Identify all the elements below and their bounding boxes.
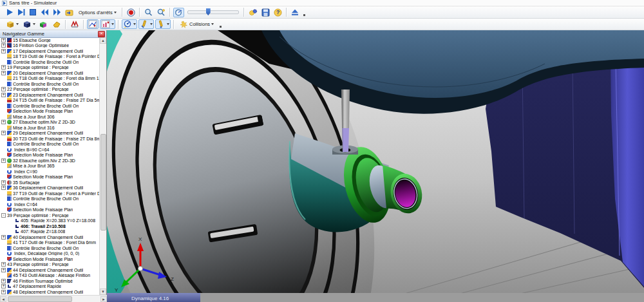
tree-item[interactable]: +32 Ebauche optim.Niv Z 2D-3D [0, 158, 99, 164]
tree-item[interactable]: 37 T19 Outil de Fraisage : Foret à Point… [0, 191, 99, 196]
speed-mode-button[interactable] [173, 8, 184, 17]
viewport-3d[interactable]: X Y Z Dynamique 4.16 [107, 30, 644, 302]
tree-item[interactable]: +46 Finition Tournage Optimisé [0, 278, 99, 284]
tree-item[interactable]: Index, Décalage Origine (0, 0, 0) [0, 251, 99, 257]
rewind-button[interactable] [39, 8, 50, 17]
collisions-button[interactable]: Collisions [176, 19, 217, 30]
tree-item[interactable]: Mise à Jour Brut 316 [0, 125, 99, 131]
expand-toggle[interactable]: + [1, 180, 6, 185]
expand-toggle[interactable]: + [1, 120, 6, 124]
fast-forward-button[interactable] [52, 8, 62, 17]
expand-toggle[interactable]: - [1, 213, 6, 218]
tree-item[interactable]: Contrôle Broche Broche Outil On [0, 59, 99, 65]
tree-item[interactable]: 405: Rapide X=20.383 Y=0 Z=18.008 [0, 218, 99, 224]
scrollbar-thumb[interactable] [100, 134, 106, 231]
tree-item[interactable]: Selection Mode Fraisage Plan [0, 153, 99, 158]
tree-item[interactable]: Selection Mode Fraisage Plan [0, 175, 99, 180]
tree-item[interactable]: Mise à Jour Brut 306 [0, 114, 99, 120]
expand-toggle[interactable]: + [1, 279, 6, 283]
expand-toggle[interactable]: + [1, 185, 6, 190]
expand-toggle[interactable]: + [1, 65, 6, 70]
expand-toggle[interactable]: + [1, 71, 6, 75]
machine-display-button[interactable] [21, 19, 37, 29]
tree-item[interactable]: 21 T18 Outil de Fraisage : Foret dia 8mm… [0, 76, 99, 82]
tree-item[interactable]: Contrôle Broche Broche Outil On [0, 81, 99, 87]
tree-item[interactable]: Contrôle Broche Broche Outil On [0, 103, 99, 109]
tree-item[interactable]: +36 Déplacement Changement Outil [0, 185, 99, 191]
expand-toggle[interactable]: + [1, 43, 6, 48]
tree-item[interactable]: Selection Mode Fraisage Plan [0, 207, 99, 213]
scroll-right-icon[interactable]: ► [100, 296, 107, 302]
zoom-selection-button[interactable] [155, 8, 167, 17]
save-button[interactable] [260, 8, 271, 17]
scroll-down-icon[interactable]: ▼ [100, 288, 106, 295]
tree-item[interactable]: Index C=64 [0, 202, 99, 207]
expand-toggle[interactable]: + [1, 158, 6, 163]
tree-item[interactable]: 24 T15 Outil de Fraisage : Fraise 2T Dia… [0, 98, 99, 104]
zoom-out-button[interactable] [143, 8, 154, 17]
close-icon[interactable]: ✕ [98, 31, 105, 37]
tree-item[interactable]: 407: Rapide Z=18.008 [0, 229, 99, 235]
stop-button[interactable] [28, 8, 38, 17]
app-icon[interactable] [2, 1, 7, 6]
tree-item[interactable]: -39 Perçage optimisé : Perçage [0, 212, 99, 218]
fixture-display-button[interactable] [51, 19, 62, 29]
scroll-left-icon[interactable]: ◄ [0, 296, 6, 302]
tool-inspect-alt-button[interactable] [155, 19, 171, 29]
tree-item[interactable]: +35 Surfaçage [0, 180, 99, 185]
tree-item[interactable]: +23 Déplacement Changement Outil [0, 92, 99, 98]
expand-toggle[interactable]: + [1, 268, 6, 272]
machining-settings-button[interactable] [247, 8, 259, 17]
tree-item[interactable]: +40 Déplacement Changement Outil [0, 234, 99, 240]
tree-item[interactable]: +19 Perçage optimisé : Perçage [0, 65, 99, 71]
scroll-up-icon[interactable]: ▲ [100, 37, 106, 44]
tool-inspect-button[interactable] [138, 19, 154, 29]
tree-item[interactable]: +44 Déplacement Changement Outil [0, 267, 99, 273]
toolbar-overflow[interactable] [220, 26, 222, 28]
eject-button[interactable] [290, 8, 300, 17]
speed-slider-thumb[interactable] [206, 8, 211, 15]
play-to-stop-button[interactable] [16, 8, 26, 17]
graph-analysis-button[interactable] [100, 19, 115, 29]
scrollbar-thumb[interactable] [8, 296, 72, 302]
expand-toggle[interactable]: + [1, 87, 6, 91]
reset-simulation-button[interactable] [64, 8, 75, 17]
measure-button[interactable] [122, 19, 137, 29]
help-button[interactable]: ? [272, 8, 283, 17]
tree-item[interactable]: +16 Finition Gorge Optimisée [0, 43, 99, 49]
expand-toggle[interactable]: + [1, 235, 6, 240]
tree-item[interactable]: 41 T17 Outil de Fraisage : Foret Dia 6mm [0, 240, 99, 246]
graph-line-button[interactable] [87, 19, 99, 29]
tree-item[interactable]: Contrôle Broche Broche Outil On [0, 142, 99, 147]
tree-item[interactable]: +29 Déplacement Changement Outil [0, 131, 99, 137]
tree-item[interactable]: +20 Déplacement Changement Outil [0, 70, 99, 76]
tree-item[interactable]: 18 T19 Outil de Fraisage : Foret à Point… [0, 54, 99, 60]
expand-toggle[interactable]: + [1, 284, 6, 288]
tree-item[interactable]: 45 T43 Outil Alésage : Alésage Finition [0, 273, 99, 279]
tree-item[interactable]: Contrôle Broche Broche Outil On [0, 245, 99, 251]
tree-item[interactable]: +43 Perçage optimisé : Perçage [0, 262, 99, 268]
speed-slider[interactable] [187, 10, 239, 14]
toolbar-overflow[interactable] [303, 14, 305, 16]
expand-toggle[interactable]: + [1, 49, 6, 53]
expand-toggle[interactable]: + [1, 290, 6, 294]
tree-item[interactable]: Index B=90 C=64 [0, 147, 99, 153]
tree-item[interactable]: +22 Perçage optimisé : Perçage [0, 87, 99, 93]
compare-stock-button[interactable] [38, 19, 50, 29]
expand-toggle[interactable]: + [1, 262, 6, 267]
tree-item[interactable]: Selection Mode Fraisage Plan [0, 256, 99, 262]
tree-item[interactable]: +27 Ebauche optim.Niv Z 2D-3D [0, 120, 99, 126]
tree-item[interactable]: 30 T23 Outil de Fraisage : Fraise 2T Dia… [0, 136, 99, 142]
tree-item[interactable]: 406: Travail Z=10.508 [0, 223, 99, 229]
tree-item[interactable]: Mise à Jour Brut 365 [0, 164, 99, 169]
tree-item[interactable]: +47 Déplacement Rapide [0, 284, 99, 290]
tree-item[interactable]: Index C=90 [0, 169, 99, 175]
tree-item[interactable]: +15 Ebauche Gorge [0, 37, 99, 43]
machine-housing-button[interactable] [69, 19, 80, 29]
expand-toggle[interactable]: + [1, 131, 6, 135]
tree-item[interactable]: +48 Déplacement Changement Outil [0, 289, 99, 295]
options-arrets-button[interactable]: Options d'arrêts [75, 7, 120, 18]
horizontal-scrollbar[interactable]: ◄ ► [0, 295, 107, 302]
record-button[interactable] [126, 8, 137, 17]
stock-display-button[interactable] [5, 19, 20, 29]
